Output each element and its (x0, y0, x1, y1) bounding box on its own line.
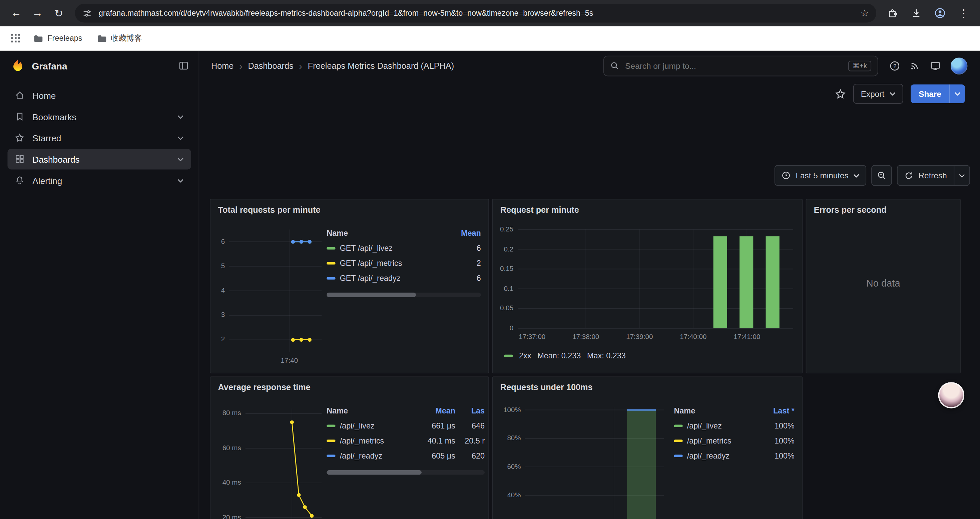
search-shortcut: ⌘+k (848, 61, 871, 71)
legend-header-last[interactable]: Las (460, 406, 485, 415)
apps-grid-icon[interactable] (7, 30, 24, 46)
share-button[interactable]: Share (911, 85, 965, 103)
chevron-down-icon[interactable] (177, 115, 184, 118)
extensions-icon[interactable] (883, 3, 903, 23)
sidebar-item-dashboards[interactable]: Dashboards (7, 149, 191, 170)
requests-under-100ms-chart[interactable]: 100%80%60%40%20%0%17:40 (498, 402, 667, 519)
series-last: 646 (460, 422, 485, 430)
search-input[interactable] (624, 61, 843, 71)
assistant-avatar-overlay[interactable] (938, 382, 964, 409)
sidebar-item-label: Dashboards (32, 154, 80, 164)
x-axis-tick-label: 17:38:00 (561, 333, 611, 340)
browser-menu-icon[interactable]: ⋮ (954, 3, 974, 23)
monitor-icon[interactable] (930, 61, 941, 71)
x-axis-tick-label: 17:39:00 (614, 333, 665, 340)
total-requests-chart[interactable]: 6543217:40 (215, 224, 326, 367)
time-range-picker[interactable]: Last 5 minutes (775, 165, 867, 186)
series-color-swatch (674, 425, 682, 427)
favorite-star-icon[interactable] (835, 88, 846, 99)
panel-title[interactable]: Total requests per minute (210, 200, 488, 214)
series-mean: Mean: 0.233 (538, 351, 581, 360)
legend-table: Name Mean GET /api/_livez 6 GET /api/_me… (326, 226, 481, 297)
dock-sidebar-icon[interactable] (179, 61, 189, 71)
series-name[interactable]: /api/_metrics (340, 436, 414, 445)
legend-header-mean[interactable]: Mean (451, 229, 481, 238)
bell-icon (15, 176, 24, 185)
y-axis-tick-label: 2 (215, 335, 225, 344)
legend-header-name[interactable]: Name (674, 406, 757, 415)
share-label[interactable]: Share (911, 85, 949, 103)
back-icon[interactable]: ← (6, 3, 26, 23)
chevron-down-icon (854, 174, 860, 177)
share-menu-chevron-icon[interactable] (949, 85, 965, 103)
series-name[interactable]: /api/_livez (687, 422, 758, 430)
bookmark-icon (15, 112, 24, 121)
search-box[interactable]: ⌘+k (603, 56, 878, 76)
sidebar-item-starred[interactable]: Starred (7, 128, 191, 148)
scrollbar-thumb[interactable] (326, 470, 421, 474)
forward-icon[interactable]: → (27, 3, 48, 23)
sidebar-item-alerting[interactable]: Alerting (7, 170, 191, 191)
legend-scrollbar[interactable] (326, 292, 481, 297)
downloads-icon[interactable] (906, 3, 926, 23)
refresh-button-group: Refresh (897, 165, 970, 186)
export-button[interactable]: Export (853, 84, 903, 104)
refresh-interval-chevron-icon[interactable] (954, 166, 969, 185)
y-axis-tick-label: 60% (498, 462, 521, 471)
grafana-logo-icon[interactable] (10, 58, 26, 73)
chevron-down-icon[interactable] (177, 179, 184, 182)
series-name[interactable]: GET /api/_livez (340, 244, 447, 252)
average-response-time-chart[interactable]: 80 ms60 ms40 ms20 ms0 s17:40 (215, 402, 326, 519)
bookmark-star-icon[interactable]: ☆ (860, 7, 869, 19)
series-name[interactable]: GET /api/_metrics (340, 259, 447, 268)
brand-name[interactable]: Grafana (32, 61, 67, 71)
browser-profile-icon[interactable] (930, 3, 950, 23)
panel-requests-under-100ms: Requests under 100ms 100%80%60%40%20%0%1… (492, 376, 803, 519)
request-per-minute-chart[interactable]: 0.250.20.150.10.05017:37:0017:38:0017:39… (498, 224, 797, 343)
legend-header-mean[interactable]: Mean (418, 406, 455, 415)
bookmark-folder-blogs[interactable]: 收藏博客 (92, 30, 147, 46)
news-rss-icon[interactable] (910, 61, 920, 71)
scrollbar-thumb[interactable] (326, 292, 416, 297)
bookmarks-bar: Freeleaps 收藏博客 (0, 26, 980, 51)
time-controls: Last 5 minutes Refresh (775, 165, 970, 186)
legend-header-last[interactable]: Last * (762, 406, 794, 415)
chevron-down-icon[interactable] (177, 136, 184, 140)
series-name[interactable]: /api/_metrics (687, 436, 758, 445)
breadcrumb-current: Freeleaps Metrics Dashboard (ALPHA) (308, 61, 454, 70)
sidebar-item-bookmarks[interactable]: Bookmarks (7, 106, 191, 127)
panel-errors-per-second: Errors per second No data (806, 199, 961, 373)
zoom-out-button[interactable] (872, 165, 892, 186)
series-last: 100% (762, 436, 794, 445)
site-settings-icon[interactable] (83, 8, 92, 18)
legend-header-name[interactable]: Name (326, 229, 447, 238)
reload-icon[interactable]: ↻ (49, 3, 69, 23)
series-name[interactable]: /api/_readyz (340, 452, 414, 460)
series-name[interactable]: 2xx (519, 351, 531, 360)
series-name[interactable]: GET /api/_readyz (340, 274, 447, 283)
series-name[interactable]: /api/_readyz (687, 452, 758, 460)
legend-header-name[interactable]: Name (326, 406, 413, 415)
chevron-down-icon[interactable] (177, 157, 184, 161)
sidebar-item-home[interactable]: Home (7, 85, 191, 106)
series-mean: 605 µs (418, 452, 455, 460)
panel-title[interactable]: Requests under 100ms (493, 377, 802, 392)
user-avatar[interactable] (951, 57, 968, 74)
series-color-swatch (674, 455, 682, 457)
url-bar[interactable]: ☆ (75, 4, 876, 22)
y-axis-tick-label: 80% (498, 433, 521, 443)
legend-scrollbar[interactable] (326, 470, 485, 474)
url-input[interactable] (97, 8, 854, 18)
legend-row: /api/_metrics 100% (674, 433, 794, 449)
panel-title[interactable]: Average response time (210, 377, 488, 392)
refresh-button[interactable]: Refresh (898, 166, 954, 185)
panel-title[interactable]: Request per minute (493, 200, 802, 214)
breadcrumb-home[interactable]: Home (211, 61, 234, 70)
x-axis-tick-label: 17:37:00 (507, 333, 557, 340)
help-icon[interactable]: ? (889, 61, 900, 71)
bookmark-folder-freeleaps[interactable]: Freeleaps (29, 31, 87, 45)
panel-title[interactable]: Errors per second (806, 200, 960, 214)
series-name[interactable]: /api/_livez (340, 422, 414, 430)
breadcrumb-dashboards[interactable]: Dashboards (248, 61, 293, 70)
legend-table: Name Last * /api/_livez 100% /api/_metri… (674, 404, 794, 463)
